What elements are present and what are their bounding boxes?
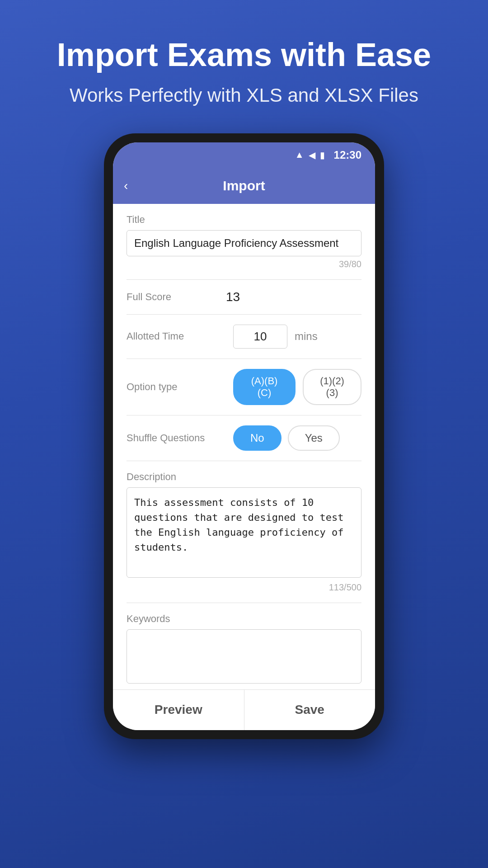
save-button[interactable]: Save <box>244 690 375 730</box>
preview-button[interactable]: Preview <box>113 690 244 730</box>
description-section: Description This assessment consists of … <box>127 461 361 603</box>
signal-icon: ◀ <box>309 150 315 160</box>
full-score-value: 13 <box>226 290 240 304</box>
title-char-count: 39/80 <box>127 259 361 269</box>
shuffle-section: Shuffle Questions No Yes <box>127 415 361 461</box>
full-score-row: Full Score 13 <box>127 290 361 304</box>
status-time: 12:30 <box>334 149 361 161</box>
back-button[interactable]: ‹ <box>124 179 128 193</box>
phone-mockup: ▲ ◀ ▮ 12:30 ‹ Import Title 39/80 Full Sc… <box>104 133 384 739</box>
allotted-time-label: Allotted Time <box>127 330 226 342</box>
option-abc-button[interactable]: (A)(B)(C) <box>233 369 296 405</box>
status-bar: ▲ ◀ ▮ 12:30 <box>113 142 375 168</box>
wifi-icon: ▲ <box>295 150 304 160</box>
description-label: Description <box>127 471 361 483</box>
status-icons: ▲ ◀ ▮ 12:30 <box>295 149 361 161</box>
shuffle-buttons: No Yes <box>233 425 340 451</box>
battery-icon: ▮ <box>320 150 325 160</box>
shuffle-no-button[interactable]: No <box>233 425 282 451</box>
full-score-label: Full Score <box>127 291 226 303</box>
keywords-label: Keywords <box>127 613 361 625</box>
mins-label: mins <box>295 330 318 343</box>
phone-screen: ▲ ◀ ▮ 12:30 ‹ Import Title 39/80 Full Sc… <box>113 142 375 730</box>
hero-title: Import Exams with Ease <box>30 36 458 74</box>
keywords-section: Keywords 0/200 <box>127 603 361 689</box>
title-input[interactable] <box>127 230 361 256</box>
description-char-count: 113/500 <box>127 582 361 593</box>
bottom-bar: Preview Save <box>113 689 375 730</box>
shuffle-row: Shuffle Questions No Yes <box>127 425 361 451</box>
option-type-row: Option type (A)(B)(C) (1)(2)(3) <box>127 369 361 405</box>
title-section: Title 39/80 <box>127 204 361 280</box>
option-type-section: Option type (A)(B)(C) (1)(2)(3) <box>127 359 361 415</box>
form-content: Title 39/80 Full Score 13 Allotted Time … <box>113 204 375 689</box>
title-label: Title <box>127 214 361 226</box>
allotted-time-input[interactable] <box>233 325 287 349</box>
shuffle-yes-button[interactable]: Yes <box>288 425 340 451</box>
full-score-section: Full Score 13 <box>127 280 361 315</box>
description-input[interactable]: This assessment consists of 10 questions… <box>127 487 361 578</box>
shuffle-label: Shuffle Questions <box>127 432 226 444</box>
hero-subtitle: Works Perfectly with XLS and XLSX Files <box>42 85 446 106</box>
allotted-time-row: Allotted Time mins <box>127 325 361 349</box>
screen-title: Import <box>223 178 265 193</box>
allotted-time-section: Allotted Time mins <box>127 315 361 359</box>
keywords-input[interactable] <box>127 629 361 684</box>
option-123-button[interactable]: (1)(2)(3) <box>303 369 361 405</box>
app-header: ‹ Import <box>113 168 375 204</box>
option-type-buttons: (A)(B)(C) (1)(2)(3) <box>233 369 361 405</box>
option-type-label: Option type <box>127 381 226 393</box>
